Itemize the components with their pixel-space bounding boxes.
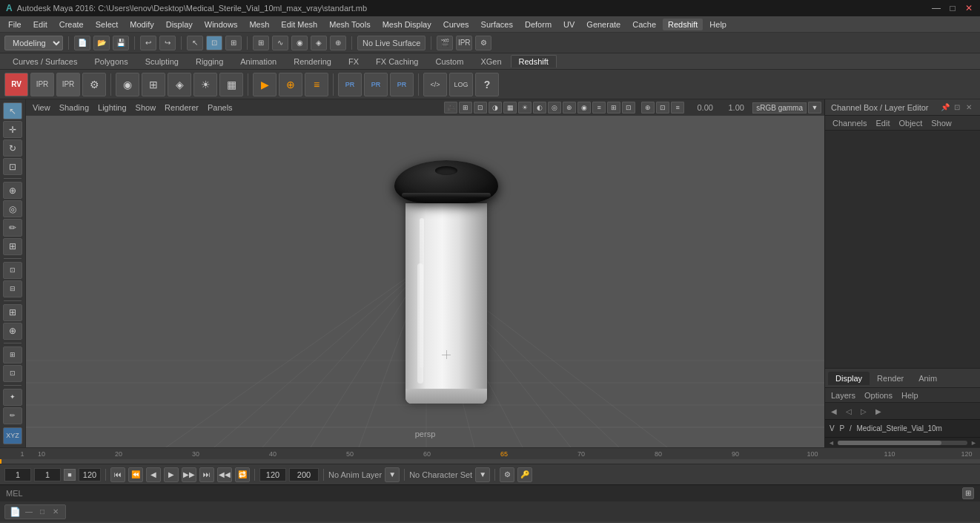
shelf-tab-curves[interactable]: Curves / Surfaces bbox=[4, 55, 85, 68]
snap-view-btn[interactable]: ⊕ bbox=[330, 36, 346, 50]
prev-key-btn[interactable]: ⏪ bbox=[128, 467, 143, 482]
shelf-icon-shader3[interactable]: ≡ bbox=[305, 73, 328, 96]
open-file-btn[interactable]: 📂 bbox=[93, 36, 110, 50]
vp-menu-panels[interactable]: Panels bbox=[204, 102, 236, 113]
paint-effects[interactable]: ✦ bbox=[3, 389, 22, 406]
select-tool-btn[interactable]: ↖ bbox=[187, 36, 203, 50]
shelf-icon-area[interactable]: ▦ bbox=[219, 73, 243, 96]
shelf-icon-pr1[interactable]: PR bbox=[338, 73, 362, 96]
layer-nav-fwd[interactable]: ▷ bbox=[858, 405, 870, 417]
shelf-icon-ipr3[interactable]: IPR bbox=[56, 73, 80, 96]
shelf-tab-redshift[interactable]: Redshift bbox=[511, 55, 557, 68]
xyz-icon[interactable]: XYZ bbox=[3, 427, 22, 444]
redo-btn[interactable]: ↪ bbox=[159, 36, 176, 50]
shelf-tab-custom[interactable]: Custom bbox=[428, 55, 472, 68]
object-tab[interactable]: Object bbox=[895, 117, 925, 129]
vp-dof-btn[interactable]: ◉ bbox=[577, 102, 591, 114]
shelf-tab-fx[interactable]: FX bbox=[340, 55, 367, 68]
show-tab[interactable]: Show bbox=[928, 117, 955, 129]
shelf-tab-polygons[interactable]: Polygons bbox=[86, 55, 136, 68]
close-button[interactable]: ✕ bbox=[964, 3, 974, 13]
vp-menu-show[interactable]: Show bbox=[132, 102, 160, 113]
sculpt-tool[interactable]: ✏ bbox=[3, 219, 22, 236]
vp-transform1-btn[interactable]: ⊕ bbox=[641, 102, 655, 114]
shelf-icon-dome[interactable]: ◉ bbox=[116, 73, 139, 96]
shelf-icon-cmd[interactable]: </> bbox=[423, 73, 447, 96]
footer-restore-1[interactable]: □ bbox=[37, 507, 47, 517]
max-frame-field[interactable] bbox=[289, 468, 319, 481]
shelf-icon-spot[interactable]: ☀ bbox=[193, 73, 217, 96]
menu-uv[interactable]: UV bbox=[558, 19, 580, 30]
menu-file[interactable]: File bbox=[3, 19, 27, 30]
vp-shaded-btn[interactable]: ◑ bbox=[489, 102, 502, 114]
frame-start-field[interactable] bbox=[4, 468, 31, 481]
shelf-tab-rendering[interactable]: Rendering bbox=[285, 55, 340, 68]
edit-tab[interactable]: Edit bbox=[873, 117, 893, 129]
shelf-icon-help[interactable]: ? bbox=[475, 73, 499, 96]
ipr-btn[interactable]: IPR bbox=[456, 36, 472, 50]
rp-pin-btn[interactable]: 📌 bbox=[940, 102, 950, 113]
vp-shadow-btn[interactable]: ◐ bbox=[533, 102, 546, 114]
channels-tab[interactable]: Channels bbox=[830, 117, 870, 129]
universal-manip[interactable]: ⊕ bbox=[3, 182, 22, 199]
render-btn[interactable]: 🎬 bbox=[437, 36, 453, 50]
undo-btn[interactable]: ↩ bbox=[140, 36, 156, 50]
anim-tab[interactable]: Anim bbox=[911, 372, 944, 385]
mode-dropdown[interactable]: Modeling bbox=[4, 36, 63, 50]
shelf-icon-shader2[interactable]: ⊕ bbox=[279, 73, 302, 96]
layer-nav-back2[interactable]: ◁ bbox=[843, 405, 855, 417]
scroll-track[interactable] bbox=[838, 441, 967, 445]
footer-close-1[interactable]: ✕ bbox=[50, 507, 61, 517]
vp-heads-up-btn[interactable]: ⊡ bbox=[622, 102, 635, 114]
camera-tools[interactable]: ⊕ bbox=[3, 323, 22, 340]
vp-menu-renderer[interactable]: Renderer bbox=[161, 102, 202, 113]
vp-menu-view[interactable]: View bbox=[29, 102, 54, 113]
minimize-button[interactable]: — bbox=[931, 3, 941, 13]
vp-ao-btn[interactable]: ◎ bbox=[548, 102, 561, 114]
snap-surface-btn[interactable]: ◈ bbox=[311, 36, 327, 50]
shelf-icon-settings[interactable]: ⚙ bbox=[82, 73, 106, 96]
menu-deform[interactable]: Deform bbox=[520, 19, 557, 30]
new-file-btn[interactable]: 📄 bbox=[74, 36, 90, 50]
layer-scrollbar[interactable]: ◄ ► bbox=[825, 437, 980, 447]
shelf-tab-fx-caching[interactable]: FX Caching bbox=[368, 55, 426, 68]
display-tab[interactable]: Display bbox=[828, 372, 870, 385]
scale-tool[interactable]: ⊡ bbox=[3, 158, 22, 175]
help-menu[interactable]: Help bbox=[898, 390, 921, 401]
shelf-icon-pr2[interactable]: PR bbox=[364, 73, 388, 96]
shelf-tab-rigging[interactable]: Rigging bbox=[188, 55, 231, 68]
menu-edit[interactable]: Edit bbox=[28, 19, 53, 30]
loop-btn[interactable]: 🔁 bbox=[235, 467, 250, 482]
snap-point-btn[interactable]: ◉ bbox=[291, 36, 308, 50]
frame-current-field[interactable] bbox=[34, 468, 61, 481]
soft-mod[interactable]: ◎ bbox=[3, 200, 22, 217]
menu-surfaces[interactable]: Surfaces bbox=[476, 19, 518, 30]
next-key-btn[interactable]: ⏭ bbox=[199, 467, 214, 482]
vp-transform2-btn[interactable]: ⊡ bbox=[656, 102, 669, 114]
shelf-icon-rect[interactable]: ⊞ bbox=[142, 73, 165, 96]
char-set-dropdown[interactable]: ▼ bbox=[475, 467, 490, 482]
vp-gamma-btn[interactable]: sRGB gamma bbox=[752, 102, 807, 114]
transform-constraint[interactable]: ⊟ bbox=[3, 280, 22, 297]
footer-window-1[interactable]: 📄 — □ ✕ bbox=[4, 504, 66, 519]
anim-layer-dropdown[interactable]: ▼ bbox=[385, 467, 400, 482]
grid-toggle[interactable]: ⊞ bbox=[3, 346, 22, 364]
menu-help[interactable]: Help bbox=[704, 19, 732, 30]
menu-create[interactable]: Create bbox=[54, 19, 89, 30]
shelf-icon-ipr2[interactable]: IPR bbox=[30, 73, 54, 96]
shelf-tab-xgen[interactable]: XGen bbox=[472, 55, 509, 68]
show-manip[interactable]: ⊞ bbox=[3, 238, 22, 255]
menu-modify[interactable]: Modify bbox=[125, 19, 159, 30]
rp-float-btn[interactable]: ⊡ bbox=[952, 102, 962, 113]
shelf-icon-log[interactable]: LOG bbox=[449, 73, 473, 96]
vp-light-btn[interactable]: ☀ bbox=[518, 102, 532, 114]
snap-settings[interactable]: ⊡ bbox=[3, 262, 22, 279]
vp-gamma-toggle-btn[interactable]: ▼ bbox=[808, 102, 821, 114]
select-by-component-btn[interactable]: ⊡ bbox=[206, 36, 222, 50]
rp-close-btn[interactable]: ✕ bbox=[964, 102, 974, 113]
layer-nav-back[interactable]: ◀ bbox=[828, 405, 840, 417]
footer-minimize-1[interactable]: — bbox=[24, 507, 34, 517]
vp-textured-btn[interactable]: ▦ bbox=[503, 102, 517, 114]
prev-frame-btn[interactable]: ◀ bbox=[146, 467, 161, 482]
move-tool[interactable]: ✛ bbox=[3, 121, 22, 138]
